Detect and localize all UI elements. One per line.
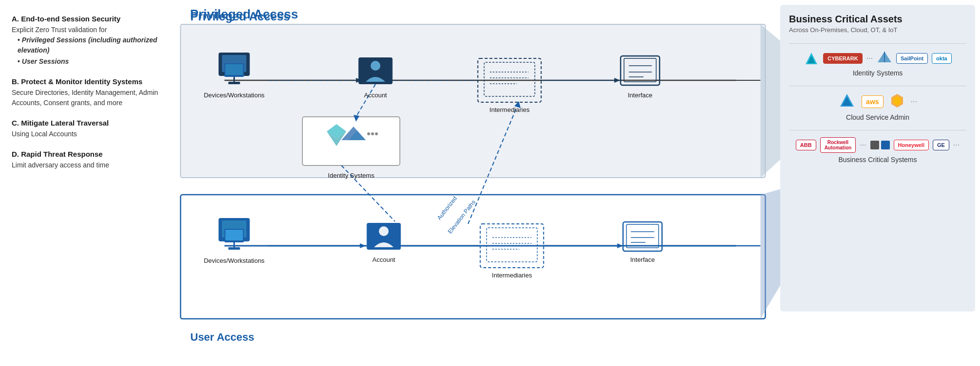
logo-dots-2: ··· [911, 97, 917, 106]
section-a-body: Explicit Zero Trust validation for [12, 26, 107, 34]
svg-text:Devices/Workstations: Devices/Workstations [204, 92, 265, 99]
svg-point-33 [375, 132, 378, 135]
svg-text:Account: Account [364, 92, 387, 99]
svg-text:User Access: User Access [191, 331, 254, 343]
bca-business-label: Business Critical Systems [789, 156, 966, 164]
svg-point-49 [379, 226, 389, 236]
section-c: C. Mitigate Lateral Traversal Using Loca… [12, 119, 164, 139]
section-d-body: Limit adversary access and time [12, 160, 164, 170]
svg-rect-0 [181, 24, 766, 178]
logo-okta: okta [932, 53, 952, 64]
bca-title: Business Critical Assets [789, 14, 966, 25]
bca-cloud-label: Cloud Service Admin [789, 113, 966, 121]
logo-aws: aws [862, 95, 883, 108]
section-d-title: D. Rapid Threat Response [12, 150, 164, 158]
svg-rect-45 [226, 230, 243, 240]
svg-text:Devices/Workstations: Devices/Workstations [204, 257, 265, 264]
privileged-access-label: Privileged Access [190, 7, 298, 22]
bca-identity-systems: CYBERARK ··· SailPoint okta Identity Sys… [789, 51, 966, 77]
svg-rect-8 [226, 64, 243, 75]
logo-honeywell: Honeywell [894, 140, 929, 150]
section-c-body: Using Local Accounts [12, 129, 164, 139]
logo-ge: GE [933, 140, 949, 150]
svg-rect-59 [627, 224, 659, 248]
logo-dots-4: ··· [953, 141, 960, 149]
bca-cloud: aws ··· Cloud Service Admin [789, 93, 966, 121]
svg-point-32 [371, 132, 374, 135]
svg-text:Account: Account [372, 256, 395, 263]
logo-rockwell: RockwellAutomation [820, 137, 856, 153]
bca-panel: Business Critical Assets Across On-Premi… [780, 5, 975, 311]
section-d: D. Rapid Threat Response Limit adversary… [12, 150, 164, 170]
logo-sailpoint: SailPoint [896, 53, 928, 64]
svg-text:Identity Systems: Identity Systems [328, 172, 375, 179]
section-b-body: Secure Directories, Identity Management,… [12, 88, 164, 108]
logo-dots-3: ··· [860, 141, 866, 149]
svg-text:Interface: Interface [630, 256, 655, 263]
svg-rect-15 [484, 62, 535, 96]
section-a-bullets: Privileged Sessions (including authorize… [12, 35, 164, 67]
bca-identity-label: Identity Systems [789, 69, 966, 77]
logo-abb: ABB [796, 140, 816, 150]
section-a-title: A. End-to-end Session Security [12, 15, 164, 23]
svg-point-31 [367, 132, 370, 135]
svg-text:Intermediaries: Intermediaries [492, 272, 532, 279]
svg-text:Interface: Interface [628, 92, 653, 99]
section-c-title: C. Mitigate Lateral Traversal [12, 119, 164, 127]
section-b: B. Protect & Monitor Identity Systems Se… [12, 77, 164, 108]
main-diagram: Privileged Access [175, 0, 980, 366]
svg-rect-22 [624, 58, 656, 82]
section-a: A. End-to-end Session Security Explicit … [12, 15, 164, 67]
bca-business-systems: ABB RockwellAutomation ··· Honeywell GE … [789, 137, 966, 164]
bca-subtitle: Across On-Premises, Cloud, OT, & IoT [789, 26, 966, 34]
svg-rect-26 [303, 117, 400, 165]
svg-rect-6 [229, 82, 240, 84]
section-b-title: B. Protect & Monitor Identity Systems [12, 77, 164, 86]
logo-cyberark: CYBERARK [823, 53, 862, 64]
left-panel: A. End-to-end Session Security Explicit … [0, 0, 175, 366]
bullet-user-sessions: User Sessions [18, 56, 164, 67]
svg-text:Intermediaries: Intermediaries [489, 106, 530, 113]
logo-dots-1: ··· [866, 54, 873, 63]
svg-rect-43 [229, 247, 240, 250]
svg-rect-1 [181, 195, 766, 319]
svg-point-12 [371, 61, 381, 71]
svg-rect-52 [487, 228, 538, 262]
bullet-privileged-sessions: Privileged Sessions (including authorize… [18, 35, 164, 55]
